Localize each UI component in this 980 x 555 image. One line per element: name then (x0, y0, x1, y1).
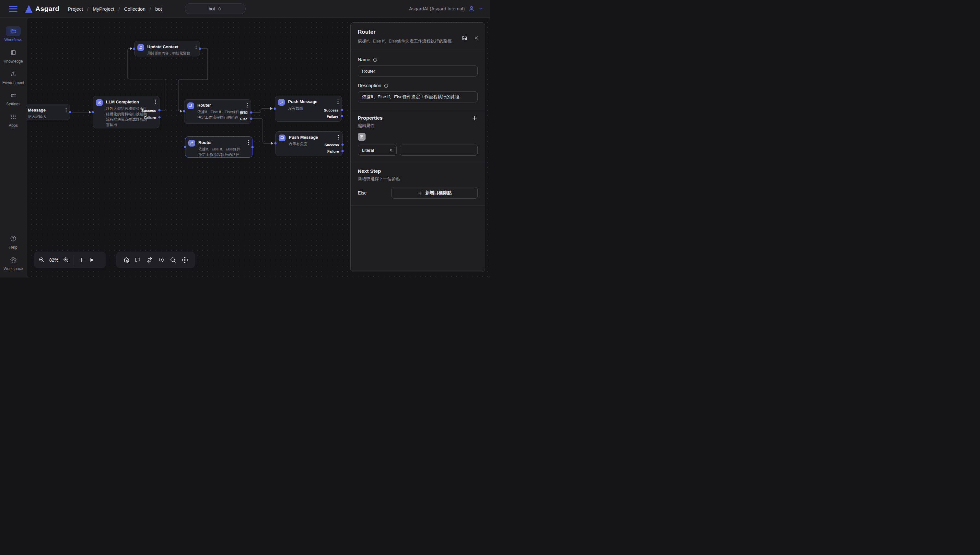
app-window: Asgard Project / MyProject / Collection … (0, 0, 490, 278)
node-description: 息內容輸入 (28, 114, 46, 120)
add-node-icon[interactable] (78, 257, 84, 263)
node-title: Push Message (289, 135, 318, 140)
asgard-logo-icon (25, 5, 32, 13)
node-description: 依據If、Else If、Else條件決定工作流程執行的路徑 (197, 109, 242, 120)
close-icon[interactable] (474, 35, 479, 40)
properties-section: Properties 編輯屬性 Literal (351, 109, 485, 162)
breadcrumb-separator: / (118, 6, 120, 12)
node-description: 依據If、Else If、Else條件決定工作流程執行的路徑 (199, 146, 244, 157)
node-description: 表示有負面 (289, 141, 318, 147)
property-type-select[interactable]: Literal (358, 144, 397, 156)
node-output-success[interactable]: Success (141, 108, 156, 113)
sidebar-item-settings[interactable]: Settings (0, 90, 27, 106)
sidebar-item-knowledge[interactable]: Knowledge (0, 48, 27, 64)
brand: Asgard (25, 5, 59, 13)
search-icon[interactable] (170, 257, 176, 263)
sidebar-label: Workspace (3, 266, 23, 271)
properties-title: Properties (358, 115, 478, 121)
description-label: Description (358, 83, 381, 88)
hamburger-menu-icon[interactable] (9, 5, 18, 12)
chat-bubble-icon (279, 135, 285, 141)
add-target-node-button[interactable]: 新增目標節點 (391, 187, 478, 199)
workflow-select-value: bot (209, 6, 215, 11)
description-input[interactable] (358, 91, 478, 103)
zoom-in-icon[interactable] (63, 257, 69, 263)
node-description: 用於更新內容，初始化變數 (147, 51, 190, 56)
node-output-failure[interactable]: Failure (327, 114, 338, 119)
breadcrumb-myproject[interactable]: MyProject (93, 6, 114, 12)
node-router-2-selected[interactable]: Router 依據If、Else If、Else條件決定工作流程執行的路徑 (185, 136, 253, 157)
node-output-success[interactable]: Success (324, 108, 338, 112)
name-label: Name (358, 57, 370, 62)
zoom-out-icon[interactable] (38, 257, 45, 263)
node-push-message-2[interactable]: Push Message 表示有負面 Success Failure (275, 131, 343, 156)
save-icon[interactable] (461, 35, 467, 41)
chat-bubble-icon (278, 99, 285, 106)
breadcrumb-collection[interactable]: Collection (124, 6, 146, 12)
sidebar: Workflows Knowledge Environment Settings… (0, 18, 27, 278)
node-output-else[interactable]: Else (240, 117, 248, 121)
property-value-input[interactable] (400, 144, 478, 156)
node-menu-icon[interactable] (195, 45, 197, 49)
breadcrumb-separator: / (87, 6, 88, 12)
add-target-node-label: 新增目標節點 (426, 190, 452, 196)
sidebar-label: Knowledge (3, 59, 23, 64)
info-icon (373, 58, 378, 62)
node-output-if[interactable]: 假如 (240, 110, 248, 115)
edit-icon (359, 135, 364, 139)
add-property-icon[interactable] (472, 115, 478, 121)
node-title: Push Message (288, 99, 317, 104)
edit-properties-button[interactable] (358, 133, 365, 141)
node-menu-icon[interactable] (66, 107, 67, 112)
move-canvas-icon[interactable] (181, 257, 188, 263)
node-message[interactable]: Message 息內容輸入 (27, 104, 70, 120)
router-node-icon[interactable] (146, 257, 153, 263)
sidebar-item-environment[interactable]: Environment (0, 69, 27, 85)
message-node-icon[interactable] (135, 257, 141, 263)
next-step-section: Next Step 新增或選擇下一個節點 Else 新增目標節點 (351, 162, 485, 205)
breadcrumb-project[interactable]: Project (68, 6, 83, 12)
sidebar-item-workspace[interactable]: Workspace (0, 255, 27, 271)
sidebar-item-apps[interactable]: Apps (0, 112, 27, 128)
breadcrumb-bot[interactable]: bot (155, 6, 162, 12)
select-updown-icon (218, 7, 222, 11)
canvas-tools-toolbar (116, 252, 195, 268)
node-menu-icon[interactable] (247, 103, 248, 107)
user-icon[interactable] (468, 5, 475, 12)
account-area: AsgardAI (Asgard Internal) (409, 5, 484, 12)
properties-subtitle: 編輯屬性 (358, 123, 478, 129)
node-title: Router (197, 103, 242, 108)
panel-form: Name Description (351, 50, 485, 109)
node-llm-completion[interactable]: LLM Completion 呼叫大型語言模型並產生結構化的資料輸出以輔助流程的… (93, 96, 159, 128)
node-update-context[interactable]: Update Context 用於更新內容，初始化變數 (134, 41, 200, 56)
upload-icon (10, 71, 16, 77)
run-workflow-icon[interactable] (89, 257, 94, 263)
chevron-down-icon[interactable] (478, 6, 484, 11)
sidebar-item-help[interactable]: Help (0, 234, 27, 250)
node-menu-icon[interactable] (248, 140, 249, 145)
toolbar-divider (74, 255, 74, 265)
name-input[interactable] (358, 66, 478, 77)
account-label: AsgardAI (Asgard Internal) (409, 6, 465, 11)
node-output-failure[interactable]: Failure (327, 149, 339, 154)
next-step-subtitle: 新增或選擇下一個節點 (358, 176, 478, 182)
home-add-icon[interactable] (123, 257, 130, 263)
workflow-select[interactable]: bot (185, 3, 246, 14)
help-circle-icon (10, 235, 17, 242)
info-icon (384, 83, 389, 88)
node-menu-icon[interactable] (155, 99, 156, 104)
swap-arrows-icon (188, 140, 195, 146)
sidebar-label: Apps (9, 123, 18, 128)
node-push-message-1[interactable]: Push Message 沒有負面 Success Failure (275, 96, 342, 122)
node-menu-icon[interactable] (338, 135, 339, 140)
zoom-level: 82% (49, 257, 58, 263)
sidebar-item-workflows[interactable]: Workflows (0, 26, 27, 42)
node-router-1[interactable]: Router 依據If、Else If、Else條件決定工作流程執行的路徑 假如… (184, 99, 251, 124)
panel-subtitle: 依據If、Else If、Else條件決定工作流程執行的路徑 (358, 38, 462, 45)
node-title: Update Context (147, 44, 190, 50)
llm-node-icon[interactable] (158, 257, 165, 263)
swap-arrows-icon (187, 103, 194, 109)
node-output-success[interactable]: Success (324, 143, 339, 147)
node-menu-icon[interactable] (337, 99, 339, 104)
node-output-failure[interactable]: Failure (144, 115, 156, 120)
